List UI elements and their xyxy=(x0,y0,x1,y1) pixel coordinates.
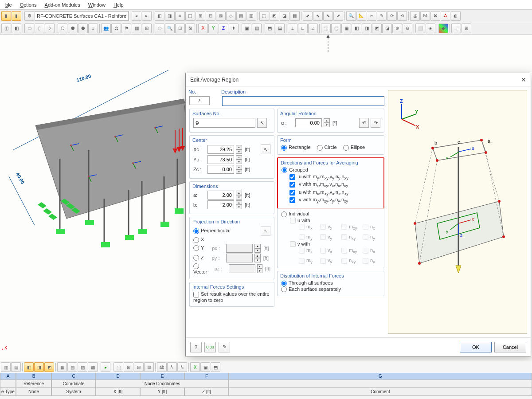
tool2-btn-30[interactable]: ⬚ xyxy=(321,23,331,33)
tool2-btn-36[interactable]: ◪ xyxy=(382,23,392,33)
tool-iso-icon[interactable]: ◧ xyxy=(155,11,164,21)
tool2-btn-12[interactable]: ⚑ xyxy=(121,23,131,33)
tool-btn-2[interactable]: ▮ xyxy=(12,11,21,21)
bt-fx[interactable]: fₓ xyxy=(167,362,177,372)
tool-btn-3[interactable]: ⚙ xyxy=(24,11,34,21)
tool2-btn-35[interactable]: ◩ xyxy=(372,23,382,33)
alpha-spin[interactable]: ▲▼ xyxy=(324,118,330,127)
tool-measure-icon[interactable]: 📐 xyxy=(356,11,366,21)
tool2-btn-3[interactable]: ▭ xyxy=(24,23,34,33)
tool2-btn-25[interactable]: ⬒ xyxy=(265,23,274,33)
tool-btn-i4[interactable]: ⬋ xyxy=(333,11,343,21)
users-icon[interactable]: 👥 xyxy=(101,23,111,33)
bt-13[interactable]: ⊠ xyxy=(144,362,154,372)
tool-btn-h3[interactable]: ◪ xyxy=(280,11,289,21)
col-G[interactable]: G xyxy=(229,373,532,380)
tool2-btn-33[interactable]: ◧ xyxy=(352,23,361,33)
bt-11[interactable]: ⊞ xyxy=(124,362,133,372)
bt-10[interactable]: ⬚ xyxy=(113,362,123,372)
tool-btn-h1[interactable]: ⬚ xyxy=(259,11,269,21)
tool2-btn-9[interactable]: ⌂ xyxy=(88,23,98,33)
bt-16[interactable]: ▣ xyxy=(200,362,210,372)
proj-y-radio[interactable]: Y xyxy=(193,245,204,251)
col-A[interactable]: A xyxy=(0,373,16,380)
xc-spin[interactable]: ▲▼ xyxy=(236,145,242,154)
bt-4[interactable]: ◨ xyxy=(34,362,44,372)
axis-x-button[interactable]: X xyxy=(198,23,208,33)
tool2-btn-28[interactable]: ∟ xyxy=(298,23,308,33)
nav-prev-button[interactable]: ◂ xyxy=(132,11,141,21)
tool2-btn-1[interactable]: ◫ xyxy=(1,23,11,33)
proj-z-radio[interactable]: Z xyxy=(193,255,204,261)
form-ellipse-radio[interactable]: Ellipse xyxy=(343,145,365,151)
tool-values-icon[interactable]: ≡ xyxy=(175,11,185,21)
set-zero-checkbox[interactable]: Set result values over the entire region… xyxy=(193,291,270,303)
axis-z-button[interactable]: Z xyxy=(219,23,228,33)
description-input[interactable] xyxy=(222,96,384,106)
bt-12[interactable]: ⊟ xyxy=(134,362,144,372)
tool-btn-i3[interactable]: ⬊ xyxy=(323,11,333,21)
grouped-check-2[interactable] xyxy=(289,190,295,196)
tool2-btn-2[interactable]: ◧ xyxy=(12,23,21,33)
tool2-btn-4[interactable]: ▯ xyxy=(35,23,44,33)
tool2-btn-29[interactable]: ⟀ xyxy=(308,23,318,33)
surfaces-no-input[interactable] xyxy=(193,118,255,128)
tool2-btn-38[interactable]: ⊖ xyxy=(403,23,412,33)
axis-y-button[interactable]: Y xyxy=(208,23,218,33)
tool2-btn-18[interactable]: ⊠ xyxy=(185,23,195,33)
dim-b-input[interactable] xyxy=(207,200,234,209)
form-circle-radio[interactable]: Circle xyxy=(317,145,337,151)
tool2-btn-31[interactable]: ▢ xyxy=(331,23,341,33)
print-icon[interactable]: 🖨 xyxy=(410,11,420,21)
tool-btn-i1[interactable]: ⬈ xyxy=(303,11,313,21)
tool2-btn-14[interactable]: ⊞ xyxy=(142,23,152,33)
menu-item-options[interactable]: Options xyxy=(16,1,40,8)
grouped-check-1[interactable] xyxy=(289,182,295,188)
col-F[interactable]: F xyxy=(184,373,229,380)
grouped-radio[interactable]: Grouped xyxy=(282,167,308,172)
zc-spin[interactable]: ▲▼ xyxy=(236,165,242,174)
tool-btn-h2[interactable]: ◩ xyxy=(270,11,279,21)
zoom-icon[interactable]: 🔍 xyxy=(165,23,175,33)
xc-input[interactable] xyxy=(207,145,234,154)
alpha-input[interactable] xyxy=(295,118,322,127)
tool2-btn-24[interactable]: ▤ xyxy=(252,23,262,33)
col-E[interactable]: E xyxy=(140,373,184,380)
bt-5[interactable]: ◩ xyxy=(44,362,54,372)
col-B[interactable]: B xyxy=(16,373,51,380)
search-icon[interactable]: 🔍 xyxy=(346,11,356,21)
region-no-input[interactable] xyxy=(189,96,210,105)
tool-btn-i2[interactable]: ⬉ xyxy=(313,11,323,21)
tool-btn-k5[interactable]: ◐ xyxy=(451,11,461,21)
tool-btn-g4[interactable]: ⊠ xyxy=(216,11,226,21)
bt-1[interactable]: ▥ xyxy=(1,362,11,372)
ok-button[interactable]: OK xyxy=(460,342,492,352)
through-all-radio[interactable]: Through all surfaces xyxy=(281,280,333,286)
tool-btn-k3[interactable]: ✖ xyxy=(430,11,440,21)
grouped-check-3[interactable] xyxy=(289,197,295,203)
menu-item-help[interactable]: Help xyxy=(110,1,127,8)
tool2-btn-39[interactable]: ⬜ xyxy=(415,23,425,33)
bt-17[interactable]: ⬒ xyxy=(211,362,220,372)
pdf-icon[interactable]: A xyxy=(441,11,450,21)
b-spin[interactable]: ▲▼ xyxy=(236,200,242,209)
bt-14[interactable]: ab xyxy=(157,362,167,372)
module-dropdown[interactable]: RF-CONCRETE Surfaces CA1 - Reinforc xyxy=(35,11,129,21)
bt-9[interactable]: ▩ xyxy=(88,362,98,372)
tool-contour-icon[interactable]: ◨ xyxy=(165,11,175,21)
tool2-btn-42[interactable]: ⬚ xyxy=(451,23,461,33)
bt-3[interactable]: ◧ xyxy=(24,362,34,372)
tool-btn-g7[interactable]: ▥ xyxy=(246,11,256,21)
help-icon[interactable]: ? xyxy=(190,342,202,352)
grouped-check-0[interactable] xyxy=(289,174,295,180)
tool-btn-k2[interactable]: 🖫 xyxy=(420,11,430,21)
tool-btn-j5[interactable]: ⟳ xyxy=(387,11,397,21)
close-icon[interactable]: ✕ xyxy=(521,76,526,83)
tool2-btn-43[interactable]: ⊞ xyxy=(462,23,471,33)
tool2-btn-27[interactable]: ⟂ xyxy=(288,23,297,33)
excel-icon[interactable]: X xyxy=(190,362,200,372)
nav-next-button[interactable]: ▸ xyxy=(142,11,152,21)
bt-8[interactable]: ▨ xyxy=(78,362,87,372)
bt-2[interactable]: ▤ xyxy=(11,362,21,372)
bt-7[interactable]: ▧ xyxy=(67,362,77,372)
